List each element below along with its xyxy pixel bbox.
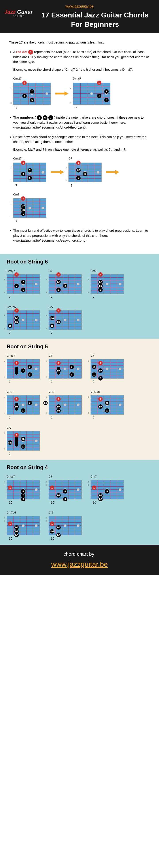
fretboard-diagram: xx1735 bbox=[13, 162, 46, 182]
chord-diagram: C7xx1b7357 bbox=[49, 269, 82, 299]
fret-inlay-icon bbox=[106, 283, 108, 285]
arrow-icon bbox=[106, 170, 119, 175]
root-note-dot: 1 bbox=[56, 397, 61, 401]
fret-number: 2 bbox=[51, 380, 82, 383]
muted-string-icon: x bbox=[70, 86, 71, 90]
easy-chords-link[interactable]: www.jazzguitar.be/recommends/easy-chords… bbox=[13, 239, 85, 242]
chord-label: C°7 bbox=[7, 426, 40, 429]
logo-jazz: Jazz bbox=[4, 9, 16, 15]
fret-inlay-icon bbox=[35, 319, 37, 321]
root-note-dot: 1 bbox=[14, 361, 19, 365]
fretboard-diagram: xx1573 bbox=[7, 359, 40, 378]
text: numbers bbox=[20, 116, 34, 119]
fretboard-diagram: xx1b5bb7b3 bbox=[49, 516, 82, 535]
muted-string-icon: x bbox=[88, 484, 89, 486]
text: represents the root (aka 1 or bass note)… bbox=[13, 50, 149, 64]
fretboard-diagram: xx1735 bbox=[13, 83, 51, 105]
chord-tone-dot: b5 bbox=[8, 323, 12, 328]
chord-tone-dot: b3 bbox=[105, 408, 109, 413]
muted-string-icon: x bbox=[10, 202, 12, 205]
chord-tone-dot: 3 bbox=[63, 284, 67, 288]
chord-tone-dot: 7 bbox=[30, 89, 34, 94]
fret-inlay-icon bbox=[64, 524, 66, 527]
fretboard-diagram: xx1b5bb7b3 bbox=[7, 431, 40, 451]
theory-link[interactable]: www.jazzguitar.be/recommends/chord-theor… bbox=[13, 125, 86, 129]
section-title: Root on String 4 bbox=[7, 464, 152, 470]
fret-inlay-icon bbox=[45, 92, 48, 95]
text: Notice how each chord only changes one n… bbox=[13, 135, 147, 144]
fret-number: 7 bbox=[71, 183, 102, 188]
chord-label: C7 bbox=[49, 354, 82, 358]
chord-label: Cm7b5 bbox=[7, 305, 40, 309]
chord-diagram: Cm7xx1b3b7b32 bbox=[49, 390, 82, 420]
fret-number: 2 bbox=[9, 380, 40, 383]
fret-inlay-icon bbox=[35, 283, 37, 285]
fretboard-diagram: x13b713 bbox=[91, 359, 124, 378]
muted-string-icon: x bbox=[4, 411, 5, 414]
header-url-link[interactable]: www.jazzguitar.be bbox=[4, 4, 155, 8]
fret-number: 10 bbox=[9, 537, 40, 540]
chord-diagram: Cmaj7xx15732 bbox=[7, 354, 40, 383]
chord-tone-dot: 5 bbox=[30, 98, 34, 102]
muted-string-icon: x bbox=[46, 484, 47, 486]
chord-label: Dmaj7 bbox=[73, 76, 110, 81]
chord-diagram: C°7xx1b5bb7b32 bbox=[7, 426, 40, 456]
muted-string-icon: x bbox=[10, 214, 12, 218]
diagram: Cm7 xx1b7b35 7 bbox=[13, 192, 46, 224]
muted-string-icon: x bbox=[4, 360, 5, 362]
fret-number: 7 bbox=[93, 295, 124, 299]
muted-string-icon: x bbox=[4, 396, 5, 398]
chord-tone-dot: b7 bbox=[98, 404, 103, 409]
footer-url-link[interactable]: www.jazzguitar.be bbox=[51, 560, 108, 568]
root-note-dot: 1 bbox=[14, 272, 19, 277]
fret-inlay-icon bbox=[22, 404, 25, 406]
chord-label: Cm7 bbox=[13, 192, 46, 197]
root-note-dot: 1 bbox=[56, 272, 61, 277]
chord-tone-dot: 5 bbox=[63, 489, 67, 494]
chord-tone-dot: 1 bbox=[92, 372, 96, 377]
fretboard-diagram: xx15b7b3 bbox=[7, 395, 40, 414]
root-note-dot: 1 bbox=[97, 81, 101, 85]
fret-inlay-icon bbox=[35, 488, 37, 491]
chord-tone-dot: 5 bbox=[28, 365, 32, 369]
fret-inlay-icon bbox=[64, 404, 66, 406]
page-title: 17 Essential Jazz Guitar Chords For Begi… bbox=[35, 10, 155, 29]
chord-tone-dot: 7 bbox=[21, 280, 25, 284]
chord-diagram: C°7xx1b5bb7b310 bbox=[49, 511, 82, 540]
chord-diagram: Cmaj7xx157310 bbox=[7, 475, 40, 504]
chord-label: C7 bbox=[49, 475, 82, 478]
muted-string-icon: x bbox=[46, 411, 47, 414]
arrow-icon bbox=[51, 170, 64, 175]
chord-label: Cm7 bbox=[7, 390, 40, 393]
muted-string-icon: x bbox=[10, 166, 12, 169]
chord-diagram: C7xx15b732 bbox=[49, 354, 82, 383]
root-note-dot: 1 bbox=[92, 486, 96, 490]
muted-string-icon: x bbox=[4, 484, 5, 486]
muted-string-icon: x bbox=[46, 291, 47, 293]
fret-inlay-icon bbox=[35, 524, 37, 527]
fret-number: 2 bbox=[9, 416, 40, 420]
chord-tone-dot: 3 bbox=[83, 172, 87, 176]
fretboard-diagram: xx1b7b35 bbox=[13, 198, 46, 218]
fret-inlay-icon bbox=[64, 368, 66, 370]
logo: Jazz Guitar ONLINE bbox=[4, 9, 33, 18]
chord-tone-dot: b7 bbox=[14, 404, 19, 409]
chord-label: C°7 bbox=[49, 511, 82, 514]
section-root-6: Root on String 6 Cmaj7xx17357C7xx1b7357C… bbox=[0, 254, 159, 339]
muted-string-icon: x bbox=[10, 179, 12, 182]
root-note-dot: 1 bbox=[21, 161, 25, 165]
muted-string-icon: x bbox=[88, 360, 89, 362]
chord-label: Cmaj7 bbox=[7, 475, 40, 478]
root-note-dot: 1 bbox=[56, 308, 61, 313]
muted-string-icon: x bbox=[4, 480, 5, 483]
fretboard-diagram: xx1b735 bbox=[49, 274, 82, 294]
fretboard-diagram: xx15b73 bbox=[49, 359, 82, 378]
chord-tone-dot: b5 bbox=[56, 525, 61, 530]
chord-tone-dot: 5 bbox=[104, 98, 109, 102]
chord-tone-dot: 3 bbox=[14, 284, 19, 288]
root-note-dot: 1 bbox=[50, 486, 54, 490]
root-note-dot: 1 bbox=[8, 522, 12, 526]
chord-label: Cmaj7 bbox=[7, 354, 40, 358]
muted-string-icon: x bbox=[10, 86, 12, 90]
example-label: Example bbox=[13, 148, 26, 151]
